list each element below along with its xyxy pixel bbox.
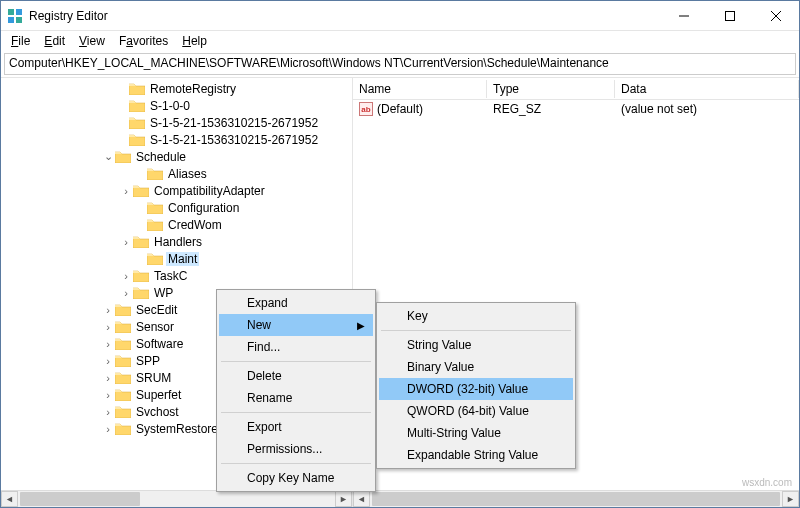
expand-toggle-icon[interactable]: › xyxy=(101,406,115,418)
expand-toggle-icon[interactable]: › xyxy=(119,236,133,248)
folder-icon xyxy=(115,303,131,316)
expand-toggle-icon[interactable]: › xyxy=(101,321,115,333)
tree-item-label: SPP xyxy=(134,354,162,368)
minimize-button[interactable] xyxy=(661,1,707,30)
tree-item-label: S-1-5-21-1536310215-2671952 xyxy=(148,116,320,130)
value-type: REG_SZ xyxy=(487,101,615,117)
expand-toggle-icon[interactable]: › xyxy=(101,355,115,367)
menu-help[interactable]: Help xyxy=(176,33,213,49)
values-scrollbar-horizontal[interactable]: ◄ ► xyxy=(353,490,799,507)
titlebar: Registry Editor xyxy=(1,1,799,31)
folder-icon xyxy=(115,150,131,163)
tree-item[interactable]: S-1-5-21-1536310215-2671952 xyxy=(1,131,352,148)
separator xyxy=(221,361,371,362)
tree-item[interactable]: Configuration xyxy=(1,199,352,216)
expand-toggle-icon[interactable]: › xyxy=(119,270,133,282)
context-menu: Expand New▶ Find... Delete Rename Export… xyxy=(216,289,376,492)
scroll-right-arrow[interactable]: ► xyxy=(782,491,799,507)
ctx-new[interactable]: New▶ xyxy=(219,314,373,336)
svg-rect-3 xyxy=(16,17,22,23)
ctx-find[interactable]: Find... xyxy=(219,336,373,358)
menu-view[interactable]: View xyxy=(73,33,111,49)
tree-item[interactable]: ›TaskC xyxy=(1,267,352,284)
tree-item[interactable]: ›CompatibilityAdapter xyxy=(1,182,352,199)
col-type[interactable]: Type xyxy=(487,80,615,98)
sub-key[interactable]: Key xyxy=(379,305,573,327)
folder-icon xyxy=(115,371,131,384)
tree-item-label: Svchost xyxy=(134,405,181,419)
folder-icon xyxy=(115,337,131,350)
scroll-track[interactable] xyxy=(18,491,335,507)
folder-icon xyxy=(147,167,163,180)
window-buttons xyxy=(661,1,799,30)
folder-icon xyxy=(147,252,163,265)
folder-icon xyxy=(129,116,145,129)
scroll-left-arrow[interactable]: ◄ xyxy=(353,491,370,507)
separator xyxy=(221,463,371,464)
tree-item-label: WP xyxy=(152,286,175,300)
expand-toggle-icon[interactable]: › xyxy=(101,423,115,435)
expand-toggle-icon[interactable]: › xyxy=(101,304,115,316)
maximize-button[interactable] xyxy=(707,1,753,30)
folder-icon xyxy=(129,82,145,95)
values-header: Name Type Data xyxy=(353,78,799,100)
menu-edit[interactable]: Edit xyxy=(38,33,71,49)
tree-item[interactable]: CredWom xyxy=(1,216,352,233)
folder-icon xyxy=(115,354,131,367)
tree-item[interactable]: S-1-5-21-1536310215-2671952 xyxy=(1,114,352,131)
value-row[interactable]: ab (Default) REG_SZ (value not set) xyxy=(353,100,799,118)
tree-item-label: Superfet xyxy=(134,388,183,402)
ctx-rename[interactable]: Rename xyxy=(219,387,373,409)
tree-item-label: Maint xyxy=(166,252,199,266)
address-bar[interactable]: Computer\HKEY_LOCAL_MACHINE\SOFTWARE\Mic… xyxy=(4,53,796,75)
tree-item-label: SystemRestore xyxy=(134,422,220,436)
menubar: File Edit View Favorites Help xyxy=(1,31,799,51)
ctx-delete[interactable]: Delete xyxy=(219,365,373,387)
tree-item[interactable]: ⌄Schedule xyxy=(1,148,352,165)
watermark: wsxdn.com xyxy=(742,477,792,488)
ctx-expand[interactable]: Expand xyxy=(219,292,373,314)
expand-toggle-icon[interactable]: › xyxy=(101,338,115,350)
scroll-right-arrow[interactable]: ► xyxy=(335,491,352,507)
scroll-left-arrow[interactable]: ◄ xyxy=(1,491,18,507)
menu-file[interactable]: File xyxy=(5,33,36,49)
col-name[interactable]: Name xyxy=(353,80,487,98)
ctx-copy-key-name[interactable]: Copy Key Name xyxy=(219,467,373,489)
tree-item[interactable]: ›Handlers xyxy=(1,233,352,250)
sub-multi-string-value[interactable]: Multi-String Value xyxy=(379,422,573,444)
tree-item-label: Aliases xyxy=(166,167,209,181)
expand-toggle-icon[interactable]: › xyxy=(101,372,115,384)
expand-toggle-icon[interactable]: ⌄ xyxy=(101,150,115,163)
expand-toggle-icon[interactable]: › xyxy=(119,287,133,299)
tree-item[interactable]: RemoteRegistry xyxy=(1,80,352,97)
sub-qword-value[interactable]: QWORD (64-bit) Value xyxy=(379,400,573,422)
tree-item[interactable]: Aliases xyxy=(1,165,352,182)
ctx-permissions[interactable]: Permissions... xyxy=(219,438,373,460)
col-data[interactable]: Data xyxy=(615,80,799,98)
sub-dword-value[interactable]: DWORD (32-bit) Value xyxy=(379,378,573,400)
menu-favorites[interactable]: Favorites xyxy=(113,33,174,49)
expand-toggle-icon[interactable]: › xyxy=(119,185,133,197)
value-data: (value not set) xyxy=(615,101,799,117)
tree-item-label: Sensor xyxy=(134,320,176,334)
value-name: (Default) xyxy=(377,102,423,116)
sub-expandable-string-value[interactable]: Expandable String Value xyxy=(379,444,573,466)
scroll-thumb[interactable] xyxy=(20,492,140,506)
scroll-track[interactable] xyxy=(370,491,782,507)
tree-item[interactable]: Maint xyxy=(1,250,352,267)
svg-rect-5 xyxy=(726,11,735,20)
sub-binary-value[interactable]: Binary Value xyxy=(379,356,573,378)
sub-string-value[interactable]: String Value xyxy=(379,334,573,356)
tree-item[interactable]: S-1-0-0 xyxy=(1,97,352,114)
window-title: Registry Editor xyxy=(29,9,661,23)
close-button[interactable] xyxy=(753,1,799,30)
tree-scrollbar-horizontal[interactable]: ◄ ► xyxy=(1,490,352,507)
expand-toggle-icon[interactable]: › xyxy=(101,389,115,401)
tree-item-label: SRUM xyxy=(134,371,173,385)
tree-item-label: Handlers xyxy=(152,235,204,249)
ctx-export[interactable]: Export xyxy=(219,416,373,438)
scroll-thumb[interactable] xyxy=(372,492,780,506)
separator xyxy=(381,330,571,331)
tree-item-label: CompatibilityAdapter xyxy=(152,184,267,198)
app-icon xyxy=(7,8,23,24)
